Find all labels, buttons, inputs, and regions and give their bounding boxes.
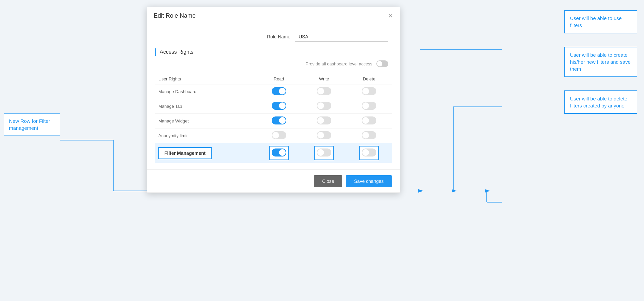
dashboard-access-toggle[interactable] (376, 60, 388, 67)
filter-management-row: Filter Management (155, 143, 392, 163)
role-name-input[interactable] (295, 32, 388, 42)
col-write: Write (301, 74, 346, 84)
svg-marker-9 (452, 189, 457, 193)
filter-label-cell: Filter Management (155, 143, 256, 163)
filter-management-label: Filter Management (158, 147, 212, 159)
row-label: Anonymity limit (155, 128, 256, 143)
read-cell (256, 84, 301, 99)
write-toggle[interactable] (317, 87, 331, 95)
filter-delete-toggle[interactable] (362, 148, 376, 157)
dashboard-access-row: Provide all dashboard level access (155, 60, 392, 67)
col-user-rights: User Rights (155, 74, 256, 84)
filter-read-toggle[interactable] (272, 148, 286, 157)
filter-delete-cell (347, 143, 392, 163)
table-row: Anonymity limit (155, 128, 392, 143)
row-label: Manage Widget (155, 114, 256, 128)
read-cell (256, 128, 301, 143)
write-cell (301, 128, 346, 143)
table-row: Manage Dashboard (155, 84, 392, 99)
access-rights-title: Access Rights (160, 49, 193, 55)
read-cell (256, 99, 301, 114)
role-name-label: Role Name (267, 34, 290, 39)
write-cell (301, 114, 346, 128)
write-toggle[interactable] (317, 131, 331, 139)
right-annotations: User will be able to use filters User wi… (564, 10, 637, 114)
delete-cell (347, 84, 392, 99)
read-toggle[interactable] (272, 116, 286, 124)
read-cell (256, 114, 301, 128)
write-toggle[interactable] (317, 102, 331, 110)
annotation-use-filters: User will be able to use filters (564, 10, 637, 33)
modal-header: Edit Role Name ✕ (147, 7, 400, 25)
modal-body: Role Name Access Rights Provide all dash… (147, 25, 400, 170)
read-toggle[interactable] (272, 87, 286, 95)
read-toggle[interactable] (272, 131, 286, 139)
access-rights-header: Access Rights (155, 48, 392, 56)
save-changes-button[interactable]: Save changes (346, 175, 392, 187)
modal-close-x-button[interactable]: ✕ (388, 13, 393, 19)
annotation-delete-filters: User will be able to delete filters crea… (564, 90, 637, 114)
modal-footer: Close Save changes (147, 170, 400, 193)
filter-write-toggle[interactable] (317, 148, 331, 157)
annotation-create-filters: User will be able to create his/her new … (564, 47, 637, 77)
filter-read-cell (256, 143, 301, 163)
new-row-annotation: New Row for Filter management (4, 113, 60, 135)
delete-cell (347, 128, 392, 143)
read-toggle[interactable] (272, 102, 286, 110)
table-row: Manage Widget (155, 114, 392, 128)
col-read: Read (256, 74, 301, 84)
row-label: Manage Tab (155, 99, 256, 114)
filter-write-cell (301, 143, 346, 163)
delete-cell (347, 114, 392, 128)
close-button[interactable]: Close (314, 175, 342, 187)
delete-toggle[interactable] (362, 102, 376, 110)
edit-role-modal: Edit Role Name ✕ Role Name Access Rights… (147, 7, 400, 193)
row-label: Manage Dashboard (155, 84, 256, 99)
table-header-row: User Rights Read Write Delete (155, 74, 392, 84)
delete-toggle[interactable] (362, 131, 376, 139)
delete-toggle[interactable] (362, 87, 376, 95)
role-name-row: Role Name (155, 32, 392, 42)
access-rights-bar (155, 48, 156, 56)
svg-marker-12 (485, 189, 490, 193)
delete-cell (347, 99, 392, 114)
delete-toggle[interactable] (362, 116, 376, 124)
table-row: Manage Tab (155, 99, 392, 114)
rights-table: User Rights Read Write Delete Manage Das… (155, 74, 392, 163)
dashboard-access-label: Provide all dashboard level access (306, 61, 372, 66)
svg-marker-6 (418, 189, 423, 193)
modal-title: Edit Role Name (154, 12, 196, 19)
col-delete: Delete (347, 74, 392, 84)
write-cell (301, 99, 346, 114)
write-toggle[interactable] (317, 116, 331, 124)
write-cell (301, 84, 346, 99)
